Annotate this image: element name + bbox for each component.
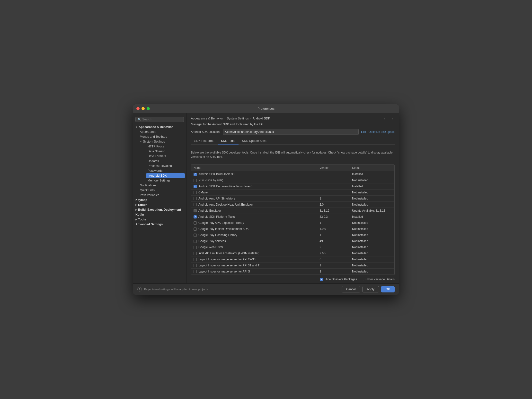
row-checkbox-2[interactable]: [194, 185, 197, 188]
apply-button[interactable]: Apply: [362, 286, 379, 292]
sidebar-item-editor[interactable]: ▶ Editor: [133, 202, 186, 207]
forward-arrow[interactable]: →: [389, 116, 395, 121]
sidebar-item-notifications[interactable]: Notifications: [137, 183, 186, 188]
row-checkbox-5[interactable]: [194, 203, 197, 206]
sidebar-item-tools[interactable]: ▶ Tools: [133, 217, 186, 222]
table-cell-name: Layout Inspector image server for API S: [191, 269, 317, 275]
sidebar-item-process-elevation[interactable]: Process Elevation: [145, 163, 186, 168]
sidebar-item-date-formats[interactable]: Date Formats: [145, 154, 186, 159]
row-checkbox-11[interactable]: [194, 240, 197, 243]
table-cell-version: 33.0.3: [317, 214, 350, 220]
table-row: Android Emulator31.3.12Update Available:…: [191, 208, 394, 214]
content-header: Appearance & Behavior › System Settings …: [186, 113, 399, 147]
chevron-right-icon: ▶: [135, 218, 137, 221]
sidebar-item-android-sdk[interactable]: Android SDK: [146, 173, 185, 178]
sidebar-item-kotlin[interactable]: Kotlin: [133, 212, 186, 217]
sidebar-item-updates[interactable]: Updates: [145, 159, 186, 163]
hide-obsolete-checkbox[interactable]: [320, 278, 323, 281]
ok-button[interactable]: OK: [381, 286, 395, 292]
sidebar-item-advanced-settings[interactable]: Advanced Settings: [133, 222, 186, 227]
window-title: Preferences: [257, 107, 275, 110]
row-name-4: Android Auto API Simulators: [198, 197, 235, 200]
sidebar-item-menus-toolbars[interactable]: Menus and Toolbars: [137, 134, 186, 139]
table-description: Below are the available SDK developer to…: [186, 147, 399, 162]
row-name-14: Layout Inspector image server for API 29…: [198, 258, 256, 261]
row-checkbox-0[interactable]: [194, 173, 197, 176]
table-cell-name: Android SDK Platform-Tools: [191, 214, 317, 220]
breadcrumb-sep-1: ›: [224, 117, 225, 120]
close-button[interactable]: [136, 107, 140, 110]
table-cell-name: Android SDK Build-Tools 33: [191, 171, 317, 177]
table-row: NDK (Side by side)Not Installed: [191, 177, 394, 183]
row-checkbox-16[interactable]: [194, 270, 197, 273]
tab-sdk-update-sites[interactable]: SDK Update Sites: [239, 138, 270, 145]
row-checkbox-7[interactable]: [194, 215, 197, 218]
table-cell-status: Not installed: [350, 202, 394, 208]
sidebar-item-http-proxy[interactable]: HTTP Proxy: [145, 144, 186, 149]
row-checkbox-15[interactable]: [194, 264, 197, 267]
sidebar-item-appearance-behavior[interactable]: ▼ Appearance & Behavior: [133, 125, 186, 129]
row-name-13: Intel x86 Emulator Accelerator (HAXM ins…: [198, 252, 259, 255]
sidebar-item-appearance[interactable]: Appearance: [137, 129, 186, 134]
table-cell-status: Not installed: [350, 269, 394, 275]
search-icon: 🔍: [138, 118, 141, 121]
table-cell-name: Android Auto API Simulators: [191, 196, 317, 202]
row-name-5: Android Auto Desktop Head Unit Emulator: [198, 203, 253, 206]
sidebar-item-passwords[interactable]: Passwords: [145, 168, 186, 173]
sidebar-section-label: Appearance & Behavior: [139, 125, 173, 129]
sdk-location-input[interactable]: [223, 129, 359, 135]
cancel-button[interactable]: Cancel: [342, 286, 360, 292]
row-checkbox-10[interactable]: [194, 234, 197, 237]
optimize-disk-button[interactable]: Optimize disk space: [369, 130, 395, 134]
back-arrow[interactable]: ←: [382, 116, 388, 121]
table-cell-status: Installed: [350, 171, 394, 177]
table-cell-version: 1: [317, 220, 350, 226]
row-checkbox-3[interactable]: [194, 191, 197, 194]
row-checkbox-12[interactable]: [194, 246, 197, 249]
table-cell-version: 1: [317, 263, 350, 269]
chevron-down-icon: ▼: [135, 126, 138, 128]
row-name-11: Google Play services: [198, 239, 226, 243]
row-name-16: Layout Inspector image server for API S: [198, 270, 250, 273]
preferences-window: Preferences 🔍 ▼ Appearance & Behavior Ap…: [133, 104, 399, 295]
table-cell-name: Android Emulator: [191, 208, 317, 214]
row-checkbox-1[interactable]: [194, 179, 197, 182]
sidebar-item-build-execution[interactable]: ▶ Build, Execution, Deployment: [133, 207, 186, 212]
search-box[interactable]: 🔍: [135, 117, 184, 122]
sidebar-item-system-settings[interactable]: ▼ System Settings: [137, 139, 186, 144]
maximize-button[interactable]: [147, 107, 150, 110]
row-name-0: Android SDK Build-Tools 33: [198, 172, 234, 176]
row-checkbox-4[interactable]: [194, 197, 197, 200]
minimize-button[interactable]: [142, 107, 145, 110]
sidebar-item-data-sharing[interactable]: Data Sharing: [145, 149, 186, 154]
footer-buttons: Cancel Apply OK: [342, 286, 395, 292]
sidebar-item-keymap[interactable]: Keymap: [133, 198, 186, 202]
table-cell-version: 1: [317, 196, 350, 202]
table-cell-version: 7.6.5: [317, 250, 350, 256]
table-cell-name: Layout Inspector image server for API 31…: [191, 263, 317, 269]
sidebar-item-quick-lists[interactable]: Quick Lists: [137, 188, 186, 193]
table-row: Android SDK Command-line Tools (latest)I…: [191, 183, 394, 190]
row-checkbox-8[interactable]: [194, 221, 197, 225]
row-checkbox-6[interactable]: [194, 209, 197, 212]
tab-sdk-platforms[interactable]: SDK Platforms: [191, 138, 218, 145]
search-input[interactable]: [142, 118, 182, 121]
help-button[interactable]: ?: [137, 287, 142, 291]
sidebar-item-memory-settings[interactable]: Memory Settings: [145, 178, 186, 183]
show-details-checkbox[interactable]: [361, 278, 364, 281]
row-name-12: Google Web Driver: [198, 245, 223, 249]
row-checkbox-13[interactable]: [194, 252, 197, 255]
row-checkbox-14[interactable]: [194, 258, 197, 261]
sidebar-item-path-variables[interactable]: Path Variables: [137, 193, 186, 198]
edit-button[interactable]: Edit: [361, 130, 366, 134]
table-desc-text: Below are the available SDK developer to…: [191, 148, 395, 161]
tab-sdk-tools[interactable]: SDK Tools: [218, 138, 239, 145]
row-name-1: NDK (Side by side): [198, 179, 223, 182]
row-name-7: Android SDK Platform-Tools: [198, 215, 235, 218]
sdk-location-row: Android SDK Location: Edit Optimize disk…: [191, 129, 395, 135]
table-row: Layout Inspector image server for API 29…: [191, 256, 394, 263]
table-cell-name: Layout Inspector image server for API 29…: [191, 256, 317, 263]
table-cell-name: Android SDK Command-line Tools (latest): [191, 183, 317, 190]
sdk-tools-table-container: Name Version Status Android SDK Build-To…: [191, 164, 395, 275]
row-checkbox-9[interactable]: [194, 227, 197, 231]
